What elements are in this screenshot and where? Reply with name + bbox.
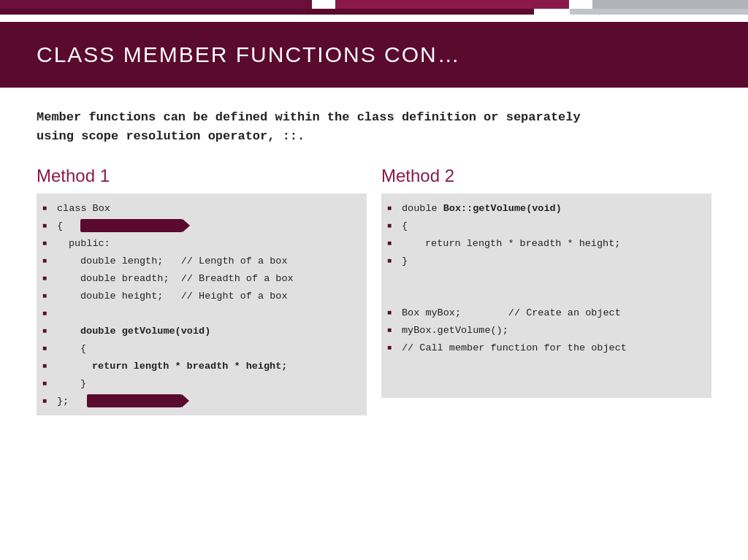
method2-block: Method 2 ■ double Box::getVolume(void) ■… <box>381 166 711 398</box>
main-content: Member functions can be defined within t… <box>0 88 748 430</box>
bullet-icon: ■ <box>42 275 51 283</box>
intro-line2: using scope resolution operator, ::. <box>37 127 711 146</box>
bullet-icon: ■ <box>387 222 396 230</box>
bullet-icon: ■ <box>387 257 396 265</box>
bar2-gap <box>534 9 570 15</box>
code-line-m2-mybox: ■ Box myBox; // Create an object <box>381 304 711 321</box>
intro-text: Member functions can be defined within t… <box>37 108 711 145</box>
code-line-m2-sp2: ■ <box>381 293 711 304</box>
code-line-m2-call: ■ myBox.getVolume(); <box>381 321 711 339</box>
code-line-length: ■ double length; // Length of a box <box>37 252 367 269</box>
code-line-inner-close: ■ } <box>37 375 367 392</box>
bar1 <box>0 0 312 9</box>
bullet-icon: ■ <box>387 239 396 248</box>
bar2 <box>335 0 569 9</box>
code-line-breadth: ■ double breadth; // Breadth of a box <box>37 269 367 287</box>
code-line-m2-sig: ■ double Box::getVolume(void) <box>381 199 711 217</box>
arrow-bar-1 <box>80 219 183 232</box>
method2-title: Method 2 <box>381 166 711 186</box>
code-line-height: ■ double height; // Height of a box <box>37 287 367 304</box>
bullet-icon: ■ <box>42 257 51 265</box>
method1-block: Method 1 ■ class Box ■ { ■ publi <box>37 166 367 415</box>
top-bars-row1 <box>0 0 748 9</box>
bullet-icon: ■ <box>42 222 51 230</box>
bar-gap1 <box>312 0 335 9</box>
bullet-icon: ■ <box>387 204 396 212</box>
method1-code-box: ■ class Box ■ { ■ public: ■ <box>37 193 367 415</box>
bullet-icon: ■ <box>42 310 51 318</box>
bar-gap2 <box>569 0 592 9</box>
bullet-icon: ■ <box>42 397 51 405</box>
code-line-public: ■ public: <box>37 234 367 252</box>
method2-code-box: ■ double Box::getVolume(void) ■ { ■ retu… <box>381 193 711 398</box>
title-banner: CLASS MEMBER FUNCTIONS CON… <box>0 22 748 88</box>
code-line-m2-return: ■ return length * breadth * height; <box>381 234 711 252</box>
bullet-icon: ■ <box>42 380 51 388</box>
code-line-getvolume: ■ double getVolume(void) <box>37 322 367 340</box>
code-line-m2-sp1: ■ <box>381 269 711 293</box>
bullet-icon: ■ <box>42 292 51 300</box>
code-line-empty: ■ <box>37 304 367 322</box>
bullet-icon: ■ <box>42 362 51 370</box>
code-line-inner-brace: ■ { <box>37 340 367 357</box>
top-bars-row2 <box>0 9 748 15</box>
code-line-class-box: ■ class Box <box>37 199 367 217</box>
code-line-m2-comment: ■ // Call member function for the object <box>381 339 711 356</box>
page-title: CLASS MEMBER FUNCTIONS CON… <box>37 42 711 67</box>
code-line-m2-close: ■ } <box>381 252 711 269</box>
arrow-bar-2 <box>87 394 182 407</box>
bullet-icon: ■ <box>42 345 51 353</box>
bar2-light <box>570 9 748 15</box>
code-line-return: ■ return length * breadth * height; <box>37 357 367 375</box>
bullet-icon: ■ <box>42 239 51 248</box>
bullet-icon: ■ <box>387 344 396 352</box>
bullet-icon: ■ <box>42 204 51 212</box>
bullet-icon: ■ <box>387 326 396 334</box>
bullet-icon: ■ <box>42 327 51 335</box>
bullet-icon: ■ <box>387 309 396 317</box>
intro-line1: Member functions can be defined within t… <box>37 108 711 127</box>
bar3 <box>592 0 748 9</box>
code-line-brace-open: ■ { <box>37 217 367 234</box>
code-line-m2-brace: ■ { <box>381 217 711 234</box>
code-line-semicolon: ■ }; <box>37 392 367 410</box>
method1-title: Method 1 <box>37 166 367 186</box>
methods-container: Method 1 ■ class Box ■ { ■ publi <box>37 166 711 415</box>
bar2-dark <box>0 9 534 15</box>
